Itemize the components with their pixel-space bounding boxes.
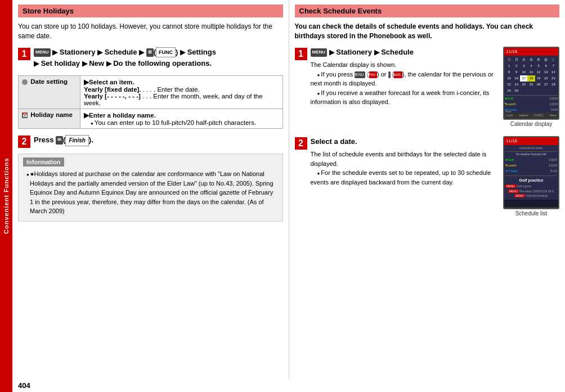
- set-holiday-label: Set holiday: [41, 59, 80, 67]
- calendar-caption: Calendar display: [503, 120, 559, 128]
- left-intro: You can store up to 100 holidays. Howeve…: [18, 22, 283, 41]
- left-step2-content: Press ✉(Finish).: [34, 134, 283, 146]
- right-step2-number: 2: [295, 137, 307, 150]
- left-step1-number: 1: [18, 48, 30, 60]
- left-column: Store Holidays You can store up to 100 h…: [12, 0, 289, 379]
- info-header: Information: [23, 157, 64, 166]
- table-row: 📅 Holiday name ▶Enter a holiday name. Yo…: [19, 109, 283, 129]
- holiday-name-label: 📅 Holiday name: [19, 109, 80, 129]
- menu-key2: MENU: [311, 48, 328, 57]
- page-footer: 404: [12, 379, 565, 392]
- left-step1-content: MENU ▶ Stationery ▶ Schedule ▶ ⊞(FUNC) ▶…: [34, 47, 283, 70]
- left-step2-text: Press ✉(Finish).: [34, 134, 283, 146]
- sidebar-accent: Convenient Functions: [0, 0, 12, 392]
- do-following-label: Do the following operations.: [113, 59, 212, 67]
- left-section-title: Store Holidays: [23, 7, 74, 15]
- phone-screen-schedule: 11/18 schedule list name: No weather for…: [503, 136, 559, 209]
- menu-key: MENU: [34, 48, 51, 57]
- cal-event-row: ●Golf 10|30: [505, 96, 558, 101]
- left-step1: 1 MENU ▶ Stationery ▶ Schedule ▶ ⊞(FUNC)…: [18, 47, 283, 70]
- cal-header: 11/18: [504, 48, 558, 56]
- right-step1-text: MENU ▶ Stationery ▶ Schedule: [311, 47, 498, 58]
- sidebar-label: Convenient Functions: [3, 158, 10, 235]
- cal-bottom-bar: i-sch select FUNC Next: [504, 112, 558, 119]
- right-step2-text: The list of schedule events and birthday…: [311, 150, 498, 187]
- schedule-caption: Schedule list: [503, 209, 559, 218]
- cal-grid: 日月火水木金土 1234567 891011121314 15161718192…: [505, 56, 558, 94]
- left-step1-text: MENU ▶ Stationery ▶ Schedule ▶ ⊞(FUNC) ▶…: [34, 47, 283, 70]
- new-label: New: [89, 59, 104, 67]
- right-section-header: Check Schedule Events: [295, 4, 560, 17]
- content-area: Store Holidays You can store up to 100 h…: [12, 0, 565, 392]
- date-setting-label: Date setting: [19, 76, 80, 109]
- right-column: Check Schedule Events You can check the …: [289, 0, 566, 379]
- envelope-key: ✉: [56, 136, 63, 145]
- info-text: ●Holidays stored at purchase on the cale…: [26, 169, 278, 216]
- right-step1-content: MENU ▶ Stationery ▶ Schedule The Calenda…: [311, 47, 560, 128]
- right-step1-number: 1: [295, 48, 307, 60]
- sched-bottom-bar: [504, 207, 558, 208]
- left-step2-number: 2: [18, 136, 30, 148]
- finish-key: Finish: [65, 135, 88, 146]
- info-box: Information ●Holidays stored at purchase…: [18, 154, 283, 222]
- date-setting-content: ▶Select an item. Yearly [fixed date]. . …: [80, 76, 283, 109]
- left-section-header: Store Holidays: [18, 4, 283, 17]
- left-step2: 2 Press ✉(Finish).: [18, 134, 283, 148]
- schedule-label: Schedule: [105, 48, 137, 56]
- right-step2-title: Select a date.: [311, 136, 498, 148]
- page-container: Convenient Functions Store Holidays You …: [0, 0, 565, 392]
- holiday-name-content: ▶Enter a holiday name. You can enter up …: [80, 109, 283, 129]
- page-number: 404: [18, 381, 30, 390]
- schedule-image-container: 11/18 schedule list name: No weather for…: [503, 136, 559, 218]
- two-columns: Store Holidays You can store up to 100 h…: [12, 0, 565, 379]
- table-row: Date setting ▶Select an item. Yearly [fi…: [19, 76, 283, 109]
- right-step2: 2 Select a date. The list of schedule ev…: [295, 136, 560, 218]
- right-step1: 1 MENU ▶ Stationery ▶ Schedule: [295, 47, 560, 128]
- calendar-image-container: 11/18 日月火水木金土 1234567 891011121314: [503, 47, 559, 128]
- func-key: FUNC: [156, 47, 176, 57]
- right-step2-content: Select a date. The list of schedule even…: [311, 136, 560, 218]
- settings-label: Settings: [187, 48, 216, 56]
- phone-screen-calendar: 11/18 日月火水木金土 1234567 891011121314: [503, 47, 559, 120]
- right-section-title: Check Schedule Events: [299, 7, 382, 15]
- right-intro: You can check the details of schedule ev…: [295, 22, 560, 41]
- options-table: Date setting ▶Select an item. Yearly [fi…: [18, 75, 283, 129]
- sched-header: 11/18: [504, 137, 558, 145]
- right-step1-bullets: The Calendar display is shown. If you pr…: [311, 60, 498, 107]
- stationery-label: Stationery: [60, 48, 96, 56]
